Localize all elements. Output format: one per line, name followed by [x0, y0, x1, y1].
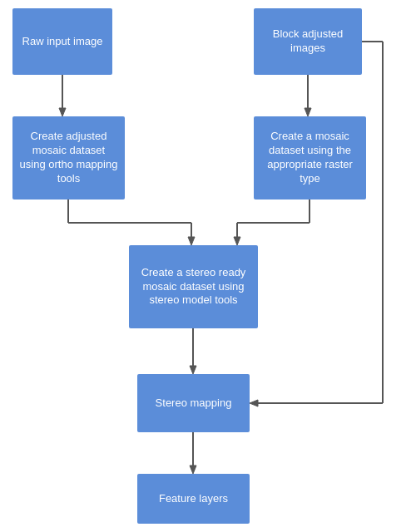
svg-marker-7	[188, 237, 195, 245]
svg-marker-1	[59, 108, 66, 116]
feature-layers-box: Feature layers	[137, 474, 250, 524]
stereo-mapping-box: Stereo mapping	[137, 374, 250, 432]
block-adjusted-images-box: Block adjusted images	[254, 8, 362, 75]
diagram: Raw input image Block adjusted images Cr…	[0, 0, 416, 532]
svg-marker-13	[190, 366, 196, 374]
create-mosaic-raster-box: Create a mosaic dataset using the approp…	[254, 116, 366, 200]
svg-marker-15	[190, 466, 196, 474]
stereo-ready-mosaic-box: Create a stereo ready mosaic dataset usi…	[129, 245, 258, 328]
raw-input-image-box: Raw input image	[12, 8, 112, 75]
create-adjusted-mosaic-box: Create adjusted mosaic dataset using ort…	[12, 116, 125, 200]
svg-marker-11	[234, 237, 240, 245]
svg-marker-19	[250, 400, 258, 406]
svg-marker-3	[305, 108, 311, 116]
